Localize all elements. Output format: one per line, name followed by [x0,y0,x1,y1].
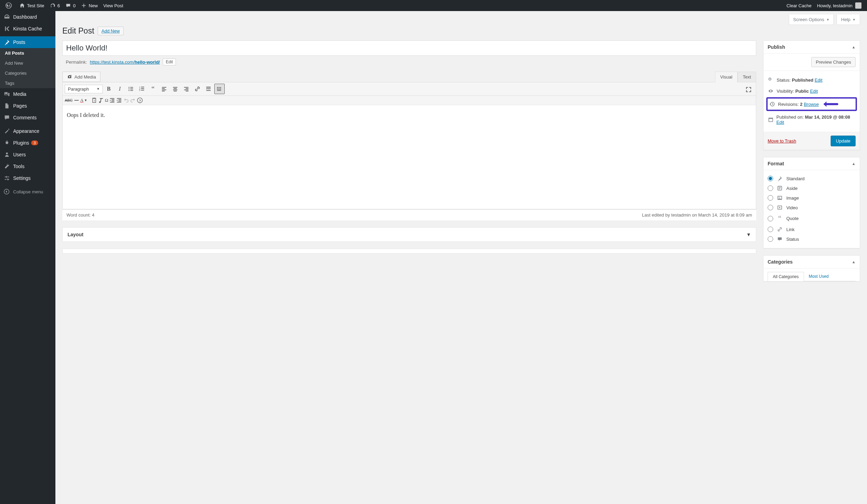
editor-toolbar-1: Paragraph▼ B I 123 “ [63,82,756,96]
svg-rect-13 [130,89,133,89]
svg-rect-3 [7,177,9,177]
menu-media[interactable]: Media [0,88,55,100]
post-title-input[interactable] [62,40,756,56]
bullet-list-button[interactable] [126,84,136,94]
eye-icon [768,88,774,94]
permalink-url[interactable]: https://test.kinsta.com/hello-world/ [90,59,160,65]
next-postbox [62,249,756,254]
update-button[interactable]: Update [831,136,856,146]
format-quote[interactable]: “Quote [768,212,856,224]
submenu-add-new[interactable]: Add New [0,58,55,68]
svg-rect-52 [111,99,114,100]
format-image[interactable]: Image [768,193,856,203]
menu-appearance[interactable]: Appearance [0,125,55,137]
outdent-button[interactable] [109,97,115,103]
italic-button[interactable]: I [115,84,125,94]
comments-icon [3,114,10,121]
categories-header[interactable]: Categories▲ [763,256,860,268]
tab-most-used[interactable]: Most Used [804,272,833,281]
help-toggle[interactable]: Help▼ [837,15,860,25]
format-select[interactable]: Paragraph▼ [65,85,103,93]
revisions-browse-link[interactable]: Browse [804,102,819,107]
menu-kinsta[interactable]: Kinsta Cache [0,23,55,35]
site-name-link[interactable]: Test Site [17,0,47,11]
visibility-edit-link[interactable]: Edit [810,89,818,94]
publish-header[interactable]: Publish▲ [763,41,860,54]
blockquote-button[interactable]: “ [148,84,158,94]
menu-pages[interactable]: Pages [0,100,55,112]
comments-link[interactable]: 0 [63,0,78,11]
clear-cache-link[interactable]: Clear Cache [784,0,814,11]
updates-link[interactable]: 6 [47,0,63,11]
fullscreen-button[interactable] [743,84,754,95]
menu-posts[interactable]: Posts [0,36,55,48]
format-link[interactable]: Link [768,224,856,234]
format-status[interactable]: Status [768,234,856,244]
chevron-down-icon: ▼ [826,18,829,21]
editor-content[interactable]: Oops I deleted it. [63,105,756,209]
collapse-icon [3,189,10,195]
help-button[interactable]: ? [137,97,143,103]
menu-dashboard[interactable]: Dashboard [0,11,55,23]
redo-button[interactable] [130,97,136,103]
link-button[interactable] [192,84,203,94]
submenu-tags[interactable]: Tags [0,78,55,88]
submenu-categories[interactable]: Categories [0,68,55,78]
layout-postbox-header[interactable]: Layout ▼ [63,228,756,241]
admin-menu: Dashboard Kinsta Cache Posts All Posts A… [0,11,55,302]
svg-rect-36 [206,89,207,90]
readmore-button[interactable] [203,84,214,94]
view-post-link[interactable]: View Post [100,0,126,11]
date-edit-link[interactable]: Edit [776,120,784,125]
wp-logo[interactable] [3,0,17,11]
removeformat-button[interactable] [98,97,104,103]
menu-users[interactable]: Users [0,149,55,161]
undo-button[interactable] [123,97,129,103]
tab-visual[interactable]: Visual [715,72,738,82]
preview-changes-button[interactable]: Preview Changes [811,57,856,67]
toolbar-toggle-button[interactable] [214,84,225,94]
my-account-link[interactable]: Howdy, testadmin [814,0,864,11]
collapse-menu[interactable]: Collapse menu [0,186,55,198]
format-aside[interactable]: Aside [768,183,856,193]
screen-meta: Screen Options▼ Help▼ [62,15,860,25]
menu-settings[interactable]: Settings [0,172,55,184]
svg-rect-33 [186,91,188,91]
tab-all-categories[interactable]: All Categories [768,272,804,281]
menu-tools[interactable]: Tools [0,161,55,172]
svg-rect-46 [217,90,221,91]
align-left-button[interactable] [159,84,169,94]
submenu-all-posts[interactable]: All Posts [0,48,55,58]
indent-button[interactable] [116,97,122,103]
svg-text:?: ? [139,99,141,102]
plus-icon [81,3,87,8]
editor-box: Paragraph▼ B I 123 “ [62,82,756,209]
status-row: Status: Published Edit [768,74,856,85]
format-header[interactable]: Format▲ [763,157,860,170]
align-right-button[interactable] [181,84,191,94]
format-standard[interactable]: Standard [768,174,856,183]
bold-button[interactable]: B [104,84,114,94]
align-center-button[interactable] [170,84,180,94]
svg-rect-66 [779,187,781,187]
svg-rect-28 [173,90,178,90]
pastetext-button[interactable]: T [91,97,97,103]
hr-button[interactable] [73,97,80,103]
format-video[interactable]: Video [768,203,856,212]
textcolor-dropdown[interactable]: ▼ [84,99,90,102]
status-edit-link[interactable]: Edit [815,77,822,83]
add-new-button[interactable]: Add New [98,27,124,35]
textcolor-button[interactable]: A [80,98,83,103]
screen-options-toggle[interactable]: Screen Options▼ [789,15,834,25]
permalink-edit-button[interactable]: Edit [163,58,176,65]
charmap-button[interactable]: Ω [105,98,108,103]
strikethrough-button[interactable]: ABC [65,98,73,102]
tab-text[interactable]: Text [738,72,756,82]
move-to-trash-link[interactable]: Move to Trash [768,138,796,144]
number-list-button[interactable]: 123 [137,84,147,94]
menu-comments[interactable]: Comments [0,112,55,123]
page-icon [3,103,10,109]
menu-plugins[interactable]: Plugins3 [0,137,55,149]
add-media-button[interactable]: Add Media [62,72,100,82]
new-content-link[interactable]: New [78,0,100,11]
